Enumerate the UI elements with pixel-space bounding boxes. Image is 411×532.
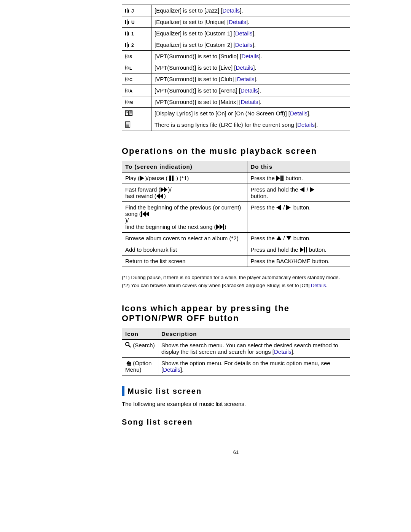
details-link[interactable]: Details <box>235 42 253 48</box>
ops-header-right: Do this <box>247 161 350 173</box>
indicator-row: There is a song lyrics file (LRC file) f… <box>122 119 350 131</box>
vpt-icon <box>125 54 129 59</box>
down-icon <box>286 236 292 241</box>
operation-action: Press and hold the button. <box>247 244 350 256</box>
right-icon <box>286 205 292 210</box>
details-link[interactable]: Details <box>163 366 180 373</box>
option-menu-icon <box>125 360 131 366</box>
indicator-desc-cell: There is a song lyrics file (LRC file) f… <box>151 119 350 131</box>
indicator-icon-cell: L <box>122 62 151 73</box>
search-icon <box>125 342 131 348</box>
operation-row: Browse album covers to select an album (… <box>122 233 350 244</box>
indicator-desc-cell: [VPT(Surround)] is set to [Studio] [Deta… <box>151 51 350 62</box>
left-icon <box>276 205 282 210</box>
details-link[interactable]: Details <box>241 99 258 105</box>
operation-indication: Return to the list screen <box>122 256 247 267</box>
indicator-desc-cell: [Equalizer] is set to [Unique] [Details]… <box>151 16 350 28</box>
operation-action: Press the button. <box>247 173 350 184</box>
operation-indication: Find the beginning of the previous (or c… <box>122 202 247 233</box>
details-link[interactable]: Details <box>274 348 292 355</box>
indicator-desc-cell: [Equalizer] is set to [Custom 2] [Detail… <box>151 39 350 51</box>
indicator-desc-cell: [VPT(Surround)] is set to [Club] [Detail… <box>151 73 350 85</box>
indicator-icon-cell: C <box>122 73 151 85</box>
operation-indication: Play ()/pause ( ) (*1) <box>122 173 247 184</box>
eq-icon <box>125 31 130 36</box>
icons-header-left: Icon <box>122 328 158 340</box>
indicator-row: M[VPT(Surround)] is set to [Matrix] [Det… <box>122 96 350 108</box>
vpt-m-icon: M <box>125 99 133 105</box>
option-icon-desc: Shows the option menu. For details on th… <box>158 358 350 375</box>
note-2-details-link[interactable]: Details <box>311 283 326 288</box>
eq-u-icon: U <box>125 19 135 25</box>
operation-action: Press and hold the / button. <box>247 184 350 202</box>
prev-icon <box>141 211 150 217</box>
indicator-icon-cell: J <box>122 5 151 16</box>
operation-action: Press the BACK/HOME button. <box>247 256 350 267</box>
play-icon <box>140 176 145 181</box>
up-icon <box>276 236 282 241</box>
indicator-icon-cell <box>122 119 151 131</box>
indicator-row: A[VPT(Surround)] is set to [Arena] [Deta… <box>122 85 350 96</box>
details-link[interactable]: Details <box>237 76 255 82</box>
indicator-icon-cell: M <box>122 96 151 108</box>
operation-indication: Add to bookmark list <box>122 244 247 256</box>
playpause-icon <box>300 247 307 252</box>
details-link[interactable]: Details <box>236 64 253 71</box>
eq-1-icon: 1 <box>125 30 134 37</box>
indicator-icon-cell: A <box>122 85 151 96</box>
details-link[interactable]: Details <box>290 110 307 117</box>
note-2-end: . <box>326 283 328 288</box>
indicator-icon-cell: 1 <box>122 28 151 39</box>
eq-j-icon: J <box>125 8 134 14</box>
operation-action: Press the / button. <box>247 202 350 233</box>
details-link[interactable]: Details <box>235 30 253 37</box>
pause-icon <box>169 176 175 181</box>
operation-row: Return to the list screenPress the BACK/… <box>122 256 350 267</box>
page-number: 61 <box>122 449 350 455</box>
note-1: (*1) During pause, if there is no operat… <box>122 275 350 280</box>
option-icon-desc: Shows the search menu. You can select th… <box>158 340 350 358</box>
eq-icon <box>125 8 130 13</box>
operation-row: Find the beginning of the previous (or c… <box>122 202 350 233</box>
details-link[interactable]: Details <box>297 121 315 128</box>
vpt-c-icon: C <box>125 76 132 82</box>
indicator-row: U[Equalizer] is set to [Unique] [Details… <box>122 16 350 28</box>
eq-icon <box>125 19 130 25</box>
vpt-a-icon: A <box>125 88 132 94</box>
option-icon-cell: (Search) <box>122 340 158 358</box>
operation-row: Fast forward ()/fast rewind ()Press and … <box>122 184 350 202</box>
option-icons-table: IconDescription (Search)Shows the search… <box>122 328 350 375</box>
indicator-desc-cell: [VPT(Surround)] is set to [Matrix] [Deta… <box>151 96 350 108</box>
vpt-icon <box>125 99 129 105</box>
details-link[interactable]: Details <box>229 19 246 25</box>
indicator-icon-cell: 2 <box>122 39 151 51</box>
vpt-l-icon: L <box>125 65 132 71</box>
icons-header-right: Description <box>158 328 350 340</box>
indicator-row: S[VPT(Surround)] is set to [Studio] [Det… <box>122 51 350 62</box>
option-icon-cell: (Option Menu) <box>122 358 158 375</box>
operations-table: To (screen indication)Do thisPlay ()/pau… <box>122 161 350 267</box>
operation-action: Press the / button. <box>247 233 350 244</box>
eq-icon <box>125 42 130 48</box>
indicator-row: C[VPT(Surround)] is set to [Club] [Detai… <box>122 73 350 85</box>
indicator-icon-cell: S <box>122 51 151 62</box>
indicator-icon-cell <box>122 108 151 119</box>
indicator-desc-cell: [Display Lyrics] is set to [On] or [On (… <box>151 108 350 119</box>
indicator-row: 1[Equalizer] is set to [Custom 1] [Detai… <box>122 28 350 39</box>
vpt-icon <box>125 77 129 82</box>
operation-row: Play ()/pause ( ) (*1)Press the button. <box>122 173 350 184</box>
vpt-icon <box>125 65 129 70</box>
details-link[interactable]: Details <box>241 53 259 59</box>
operations-heading: Operations on the music playback screen <box>122 146 350 156</box>
indicators-table: J[Equalizer] is set to [Jazz] [Details].… <box>122 5 350 131</box>
ff-icon <box>161 187 168 192</box>
vpt-icon <box>125 88 129 93</box>
details-link[interactable]: Details <box>241 87 258 94</box>
details-link[interactable]: Details <box>222 7 240 14</box>
rw-icon <box>156 193 164 199</box>
indicator-desc-cell: [Equalizer] is set to [Jazz] [Details]. <box>151 5 350 16</box>
next-icon <box>216 224 225 230</box>
indicator-desc-cell: [Equalizer] is set to [Custom 1] [Detail… <box>151 28 350 39</box>
eq-2-icon: 2 <box>125 42 134 48</box>
operation-indication: Browse album covers to select an album (… <box>122 233 247 244</box>
